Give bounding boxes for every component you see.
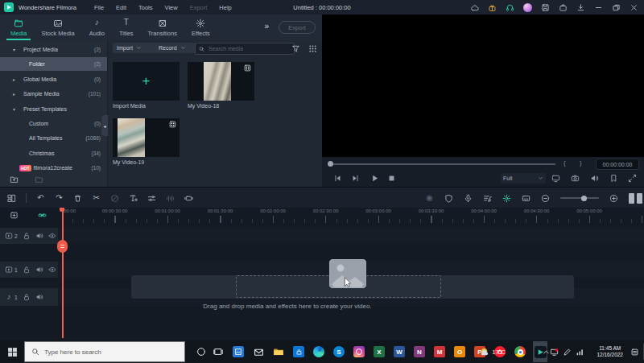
tab-effects[interactable]: Effects: [184, 15, 217, 39]
minimize-button[interactable]: [594, 3, 603, 12]
import-dropdown[interactable]: Import: [113, 43, 159, 53]
taskbar-app-edge[interactable]: [312, 341, 326, 362]
track-lane-video-2[interactable]: [59, 228, 644, 244]
previous-frame-button[interactable]: [333, 174, 342, 183]
task-view-icon[interactable]: [213, 347, 223, 357]
tab-audio[interactable]: ♪ Audio: [82, 15, 112, 39]
start-button[interactable]: [7, 347, 18, 357]
mute-icon[interactable]: [35, 293, 43, 301]
sidebar-item-sample-media[interactable]: ▸Sample Media(101): [0, 87, 107, 101]
cloud-sync-icon[interactable]: [470, 3, 479, 12]
view-grid-icon[interactable]: [308, 44, 317, 53]
sidebar-item-christmas[interactable]: Christmas(34): [0, 146, 107, 160]
sidebar-item-folder[interactable]: Folder(2): [0, 57, 107, 71]
taskbar-app-store[interactable]: [291, 341, 306, 362]
zoom-in-icon[interactable]: [609, 194, 618, 203]
sidebar-collapse-handle[interactable]: ◂: [101, 115, 108, 136]
expand-arrow-icon[interactable]: ▸: [13, 76, 15, 82]
track-header-video-1[interactable]: 1: [0, 262, 58, 278]
menu-tools[interactable]: Tools: [138, 4, 153, 11]
sidebar-item-filmora12create[interactable]: HOTfilmora12create(10): [0, 161, 107, 175]
snapshot-icon[interactable]: [571, 174, 580, 183]
visibility-icon[interactable]: [48, 266, 56, 274]
expand-arrow-icon[interactable]: ▾: [13, 106, 15, 112]
zoom-level-dropdown[interactable]: Full: [501, 173, 546, 184]
promotion-icon[interactable]: [488, 3, 497, 12]
zoom-out-icon[interactable]: [541, 194, 550, 203]
visibility-icon[interactable]: [48, 232, 56, 240]
clock[interactable]: 11:45 AM 12/16/2022: [597, 340, 623, 363]
account-avatar[interactable]: [523, 3, 532, 12]
new-folder-icon[interactable]: [10, 175, 19, 184]
taskbar-app-outlook[interactable]: O: [452, 341, 467, 362]
mark-in-icon[interactable]: {: [564, 159, 566, 167]
menu-help[interactable]: Help: [219, 4, 231, 11]
expand-arrow-icon[interactable]: ▸: [13, 91, 15, 97]
media-item-video-19[interactable]: [113, 118, 180, 157]
next-frame-button[interactable]: [351, 174, 360, 183]
weather-widget[interactable]: 17°C: [479, 340, 506, 363]
mute-icon[interactable]: [35, 266, 43, 274]
media-search[interactable]: [195, 43, 295, 55]
split-icon[interactable]: ✂: [92, 194, 101, 203]
taskbar-app-onenote[interactable]: N: [412, 341, 427, 362]
track-header-audio-1[interactable]: ♪ 1: [0, 288, 58, 306]
timeline-zoom-slider[interactable]: [560, 197, 599, 199]
delete-folder-icon[interactable]: [35, 175, 43, 184]
tray-icons[interactable]: [550, 340, 584, 363]
playhead-line[interactable]: [62, 208, 64, 338]
redo-icon[interactable]: ↷: [55, 194, 64, 203]
lock-icon[interactable]: [23, 232, 31, 240]
taskbar-app-excel[interactable]: X: [372, 341, 386, 362]
cortana-icon[interactable]: [196, 347, 206, 357]
media-item-video-18[interactable]: [188, 62, 254, 101]
action-center[interactable]: [630, 340, 639, 363]
network-icon[interactable]: [576, 348, 584, 357]
marker-icon[interactable]: [609, 174, 618, 183]
sidebar-item-global-media[interactable]: ▸Global Media(0): [0, 72, 107, 86]
more-tabs-chevron[interactable]: »: [264, 22, 269, 31]
auto-ripple-icon[interactable]: [38, 211, 47, 220]
audio-library-icon[interactable]: [483, 194, 492, 203]
zoom-slider-knob[interactable]: [581, 196, 587, 201]
delete-icon[interactable]: [73, 194, 82, 203]
fit-timeline-toggle[interactable]: [629, 193, 642, 204]
seek-knob[interactable]: [328, 161, 333, 167]
taskbar-app-file-explorer[interactable]: [271, 341, 286, 362]
fullscreen-icon[interactable]: [628, 174, 637, 183]
stabilize-icon[interactable]: [184, 194, 193, 203]
taskbar-app-photos[interactable]: [231, 341, 246, 362]
seek-bar[interactable]: [330, 163, 555, 165]
expand-arrow-icon[interactable]: ▾: [13, 47, 15, 52]
taskbar-app-mail[interactable]: [251, 341, 266, 362]
close-button[interactable]: [630, 3, 638, 12]
layout-icon[interactable]: [7, 194, 16, 203]
tab-media[interactable]: Media: [3, 15, 34, 39]
search-input[interactable]: [207, 45, 291, 52]
track-header-video-2[interactable]: 2: [0, 228, 58, 244]
taskbar-app-chrome[interactable]: [513, 341, 527, 362]
menu-file[interactable]: File: [94, 4, 104, 11]
undo-icon[interactable]: ↶: [36, 194, 45, 203]
menu-edit[interactable]: Edit: [116, 4, 126, 11]
auto-effect-icon[interactable]: [502, 194, 511, 203]
windows-search-box[interactable]: Type here to search: [24, 341, 185, 362]
import-media-tile[interactable]: +: [113, 62, 180, 101]
save-icon[interactable]: [541, 3, 550, 12]
pen-icon[interactable]: [563, 348, 572, 357]
taskbar-app-word[interactable]: W: [392, 341, 407, 362]
tab-transitions[interactable]: Transitions: [141, 15, 184, 39]
taskbar-app-office[interactable]: M: [432, 341, 447, 362]
support-icon[interactable]: [506, 3, 514, 12]
captions-icon[interactable]: [522, 194, 530, 203]
tab-titles[interactable]: T Titles: [112, 15, 141, 39]
display-alert-icon[interactable]: [550, 348, 559, 357]
play-button[interactable]: [370, 174, 379, 183]
taskbar-app-instagram[interactable]: [352, 341, 366, 362]
lock-icon[interactable]: [23, 293, 31, 301]
filter-icon[interactable]: [291, 44, 300, 53]
preview-viewport[interactable]: [322, 14, 644, 157]
sidebar-item-custom[interactable]: Custom(0): [0, 117, 107, 130]
download-icon[interactable]: [576, 3, 585, 12]
tab-stock-media[interactable]: Stock Media: [34, 15, 81, 39]
